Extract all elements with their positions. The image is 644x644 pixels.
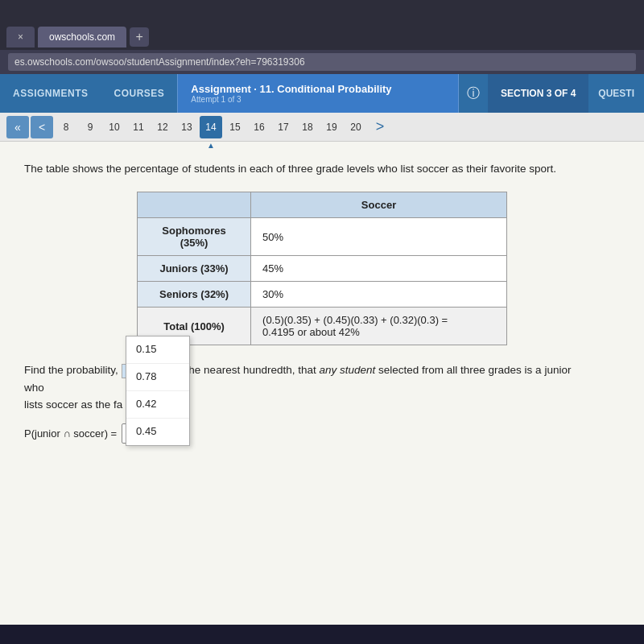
option-0.15[interactable]: 0.15 bbox=[126, 336, 189, 364]
table-cell-juniors-value: 45% bbox=[251, 256, 507, 282]
prev-prev-button[interactable]: « bbox=[6, 116, 29, 138]
table-row: Seniors (32%) 30% bbox=[138, 282, 507, 308]
find-prob-text: Find the probability, d to the nearest h… bbox=[24, 361, 572, 414]
table-row: Juniors (33%) 45% bbox=[138, 256, 507, 282]
page-19[interactable]: 19 bbox=[320, 116, 343, 138]
next-button[interactable]: > bbox=[369, 116, 391, 138]
page-9[interactable]: 9 bbox=[79, 116, 101, 138]
browser-chrome: × owschools.com + bbox=[0, 24, 644, 74]
tab-bar: × owschools.com + bbox=[0, 24, 644, 50]
option-0.42[interactable]: 0.42 bbox=[126, 391, 189, 419]
option-0.78[interactable]: 0.78 bbox=[126, 364, 189, 391]
probability-table: Soccer Sophomores(35%) 50% Juniors (33%)… bbox=[137, 192, 507, 345]
table-row: Sophomores(35%) 50% bbox=[138, 218, 507, 256]
info-icon[interactable]: ⓘ bbox=[459, 74, 488, 113]
main-content: The table shows the percentage of studen… bbox=[0, 142, 644, 625]
table-header-soccer: Soccer bbox=[251, 192, 507, 218]
page-13[interactable]: 13 bbox=[175, 116, 198, 138]
os-top-bar bbox=[0, 0, 644, 24]
option-0.45[interactable]: 0.45 bbox=[126, 419, 189, 445]
question-label: QUESTI bbox=[588, 74, 644, 113]
assignment-title: Assignment · 11. Conditional Probability bbox=[191, 83, 445, 95]
intro-text: The table shows the percentage of studen… bbox=[24, 161, 588, 177]
find-prob-section: Find the probability, d to the nearest h… bbox=[24, 361, 620, 444]
tab-x-label: × bbox=[18, 31, 23, 43]
page-10[interactable]: 10 bbox=[103, 116, 126, 138]
table-header-empty bbox=[138, 192, 251, 218]
address-bar bbox=[0, 50, 644, 74]
page-14[interactable]: 14 bbox=[200, 116, 222, 138]
page-12[interactable]: 12 bbox=[151, 116, 174, 138]
plus-icon: + bbox=[135, 30, 142, 44]
dropdown-menu[interactable]: 0.15 0.78 0.42 0.45 bbox=[126, 336, 190, 445]
tab-active[interactable]: owschools.com bbox=[38, 27, 126, 47]
app-nav-left: ASSIGNMENTS COURSES bbox=[0, 74, 177, 113]
app-nav: ASSIGNMENTS COURSES Assignment · 11. Con… bbox=[0, 74, 644, 113]
right-icon: > bbox=[376, 118, 385, 135]
page-11[interactable]: 11 bbox=[127, 116, 150, 138]
tab-active-label: owschools.com bbox=[49, 31, 115, 43]
page-15[interactable]: 15 bbox=[224, 116, 246, 138]
assignments-nav-item[interactable]: ASSIGNMENTS bbox=[0, 74, 101, 113]
left-icon: < bbox=[39, 121, 45, 134]
table-cell-seniors-value: 30% bbox=[251, 282, 507, 308]
page-16[interactable]: 16 bbox=[248, 116, 270, 138]
page-20[interactable]: 20 bbox=[345, 116, 367, 138]
table-cell-juniors-label: Juniors (33%) bbox=[138, 256, 251, 282]
tab-close-x[interactable]: × bbox=[6, 27, 35, 47]
page-18[interactable]: 18 bbox=[296, 116, 319, 138]
table-cell-sophomores-value: 50% bbox=[251, 218, 507, 256]
courses-label: COURSES bbox=[114, 88, 165, 99]
assignment-section: Assignment · 11. Conditional Probability… bbox=[177, 74, 459, 113]
page-8[interactable]: 8 bbox=[55, 116, 77, 138]
table-row-total: Total (100%) (0.5)(0.35) + (0.45)(0.33) … bbox=[138, 308, 507, 345]
assignment-subtitle: Attempt 1 of 3 bbox=[191, 95, 445, 104]
any-student-italic: any student bbox=[319, 364, 375, 376]
assignments-label: ASSIGNMENTS bbox=[13, 88, 89, 99]
double-left-icon: « bbox=[14, 121, 21, 134]
courses-nav-item[interactable]: COURSES bbox=[101, 74, 178, 113]
prob-equation: P(junior ∩ soccer) = 0.15 0.78 0.42 0.45 bbox=[24, 423, 620, 444]
pagination-bar: « < 8 9 10 11 12 13 14 15 16 17 18 19 20… bbox=[0, 113, 644, 142]
prob-equation-label: P(junior ∩ soccer) = bbox=[24, 427, 117, 440]
table-cell-total-value: (0.5)(0.35) + (0.45)(0.33) + (0.32)(0.3)… bbox=[251, 308, 507, 345]
prev-button[interactable]: < bbox=[31, 116, 53, 138]
section-badge: SECTION 3 OF 4 bbox=[488, 74, 588, 113]
url-input[interactable] bbox=[8, 53, 636, 71]
table-cell-sophomores-label: Sophomores(35%) bbox=[138, 218, 251, 256]
table-cell-seniors-label: Seniors (32%) bbox=[138, 282, 251, 308]
page-17[interactable]: 17 bbox=[272, 116, 295, 138]
question-label-text: QUESTI bbox=[598, 88, 634, 99]
tab-new-button[interactable]: + bbox=[130, 27, 149, 47]
section-label: SECTION 3 OF 4 bbox=[501, 88, 576, 99]
